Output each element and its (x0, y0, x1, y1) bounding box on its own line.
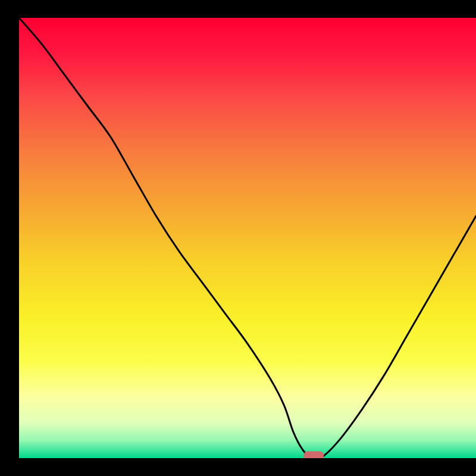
chart-stage: TheBottleneck.com (0, 0, 476, 476)
bottom-border (0, 458, 476, 476)
top-border (0, 0, 476, 18)
plot-background (19, 18, 476, 458)
left-border (0, 0, 19, 476)
bottleneck-chart (0, 0, 476, 476)
